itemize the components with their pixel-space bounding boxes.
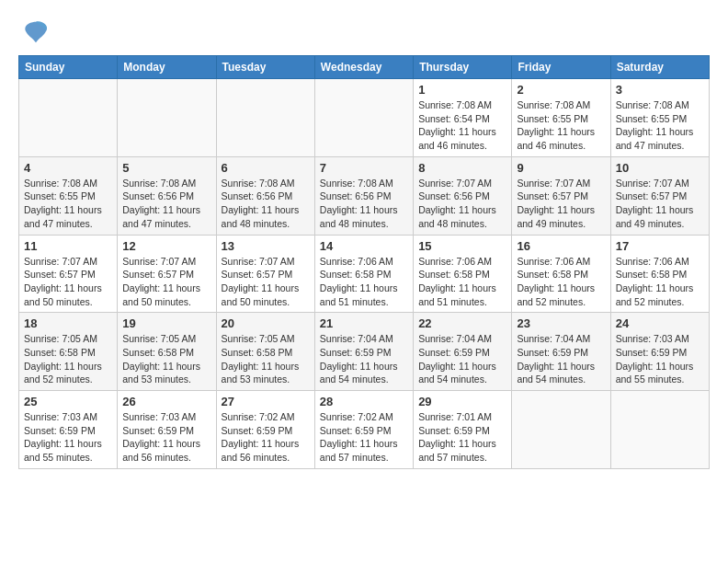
day-number: 18	[24, 316, 112, 330]
day-number: 28	[320, 395, 408, 408]
day-number: 15	[418, 239, 506, 253]
day-info: Sunrise: 7:06 AMSunset: 6:58 PMDaylight:…	[320, 255, 408, 309]
calendar-cell	[216, 79, 314, 157]
day-number: 8	[418, 161, 506, 175]
day-info: Sunrise: 7:08 AMSunset: 6:56 PMDaylight:…	[320, 177, 408, 231]
weekday-header-thursday: Thursday	[414, 56, 512, 79]
calendar-cell: 24Sunrise: 7:03 AMSunset: 6:59 PMDayligh…	[610, 313, 709, 391]
calendar-cell: 29Sunrise: 7:01 AMSunset: 6:59 PMDayligh…	[414, 391, 512, 469]
day-number: 21	[320, 316, 408, 330]
day-number: 26	[122, 395, 210, 408]
day-info: Sunrise: 7:02 AMSunset: 6:59 PMDaylight:…	[320, 410, 408, 465]
day-info: Sunrise: 7:04 AMSunset: 6:59 PMDaylight:…	[320, 332, 408, 386]
day-number: 23	[517, 316, 605, 330]
logo	[18, 18, 50, 46]
calendar-cell: 3Sunrise: 7:08 AMSunset: 6:55 PMDaylight…	[610, 79, 709, 157]
day-number: 27	[222, 395, 310, 408]
day-number: 3	[616, 83, 704, 97]
weekday-header-friday: Friday	[512, 56, 610, 79]
calendar-week-row: 11Sunrise: 7:07 AMSunset: 6:57 PMDayligh…	[19, 235, 710, 313]
day-number: 17	[616, 239, 704, 253]
calendar-cell: 20Sunrise: 7:05 AMSunset: 6:58 PMDayligh…	[216, 313, 314, 391]
calendar-cell: 9Sunrise: 7:07 AMSunset: 6:57 PMDaylight…	[512, 156, 610, 235]
day-number: 29	[418, 395, 506, 408]
calendar-cell: 28Sunrise: 7:02 AMSunset: 6:59 PMDayligh…	[314, 391, 413, 469]
calendar-cell	[314, 79, 413, 157]
day-info: Sunrise: 7:03 AMSunset: 6:59 PMDaylight:…	[122, 410, 210, 465]
day-info: Sunrise: 7:06 AMSunset: 6:58 PMDaylight:…	[517, 255, 605, 309]
day-info: Sunrise: 7:08 AMSunset: 6:56 PMDaylight:…	[122, 177, 210, 231]
calendar-cell: 22Sunrise: 7:04 AMSunset: 6:59 PMDayligh…	[414, 313, 512, 391]
calendar-cell: 11Sunrise: 7:07 AMSunset: 6:57 PMDayligh…	[19, 235, 118, 313]
day-info: Sunrise: 7:06 AMSunset: 6:58 PMDaylight:…	[418, 255, 506, 309]
calendar-cell	[610, 391, 709, 469]
day-info: Sunrise: 7:07 AMSunset: 6:57 PMDaylight:…	[24, 255, 112, 309]
day-info: Sunrise: 7:02 AMSunset: 6:59 PMDaylight:…	[222, 410, 310, 465]
day-info: Sunrise: 7:01 AMSunset: 6:59 PMDaylight:…	[418, 410, 506, 465]
day-info: Sunrise: 7:05 AMSunset: 6:58 PMDaylight:…	[122, 332, 210, 386]
calendar-cell: 1Sunrise: 7:08 AMSunset: 6:54 PMDaylight…	[414, 79, 512, 157]
day-info: Sunrise: 7:05 AMSunset: 6:58 PMDaylight:…	[24, 332, 112, 386]
calendar-cell: 17Sunrise: 7:06 AMSunset: 6:58 PMDayligh…	[610, 235, 709, 313]
day-info: Sunrise: 7:08 AMSunset: 6:55 PMDaylight:…	[517, 98, 605, 153]
calendar-week-row: 1Sunrise: 7:08 AMSunset: 6:54 PMDaylight…	[19, 79, 710, 157]
day-info: Sunrise: 7:07 AMSunset: 6:56 PMDaylight:…	[418, 177, 506, 231]
day-number: 25	[24, 395, 112, 408]
calendar-cell: 12Sunrise: 7:07 AMSunset: 6:57 PMDayligh…	[118, 235, 216, 313]
day-number: 14	[320, 239, 408, 253]
day-number: 6	[222, 161, 310, 175]
day-number: 2	[517, 83, 605, 97]
day-number: 24	[616, 316, 704, 330]
day-number: 1	[418, 83, 506, 97]
calendar-cell: 18Sunrise: 7:05 AMSunset: 6:58 PMDayligh…	[19, 313, 118, 391]
weekday-header-wednesday: Wednesday	[314, 56, 413, 79]
day-number: 4	[24, 161, 112, 175]
day-number: 20	[222, 316, 310, 330]
day-info: Sunrise: 7:05 AMSunset: 6:58 PMDaylight:…	[222, 332, 310, 386]
day-number: 5	[122, 161, 210, 175]
calendar-cell: 25Sunrise: 7:03 AMSunset: 6:59 PMDayligh…	[19, 391, 118, 469]
calendar-cell: 26Sunrise: 7:03 AMSunset: 6:59 PMDayligh…	[118, 391, 216, 469]
day-number: 19	[122, 316, 210, 330]
calendar-cell: 15Sunrise: 7:06 AMSunset: 6:58 PMDayligh…	[414, 235, 512, 313]
day-info: Sunrise: 7:07 AMSunset: 6:57 PMDaylight:…	[222, 255, 310, 309]
day-info: Sunrise: 7:07 AMSunset: 6:57 PMDaylight:…	[517, 177, 605, 231]
day-info: Sunrise: 7:08 AMSunset: 6:55 PMDaylight:…	[616, 98, 704, 153]
day-number: 16	[517, 239, 605, 253]
calendar-cell: 16Sunrise: 7:06 AMSunset: 6:58 PMDayligh…	[512, 235, 610, 313]
calendar-cell: 13Sunrise: 7:07 AMSunset: 6:57 PMDayligh…	[216, 235, 314, 313]
day-info: Sunrise: 7:03 AMSunset: 6:59 PMDaylight:…	[616, 332, 704, 386]
day-info: Sunrise: 7:04 AMSunset: 6:59 PMDaylight:…	[418, 332, 506, 386]
day-number: 22	[418, 316, 506, 330]
day-info: Sunrise: 7:03 AMSunset: 6:59 PMDaylight:…	[24, 410, 112, 465]
day-number: 7	[320, 161, 408, 175]
weekday-header-sunday: Sunday	[19, 56, 118, 79]
calendar-body: 1Sunrise: 7:08 AMSunset: 6:54 PMDaylight…	[19, 79, 710, 469]
day-number: 10	[616, 161, 704, 175]
day-info: Sunrise: 7:04 AMSunset: 6:59 PMDaylight:…	[517, 332, 605, 386]
calendar-cell	[512, 391, 610, 469]
calendar-week-row: 4Sunrise: 7:08 AMSunset: 6:55 PMDaylight…	[19, 156, 710, 235]
day-info: Sunrise: 7:08 AMSunset: 6:56 PMDaylight:…	[222, 177, 310, 231]
weekday-header-saturday: Saturday	[610, 56, 709, 79]
day-info: Sunrise: 7:08 AMSunset: 6:54 PMDaylight:…	[418, 98, 506, 153]
calendar-week-row: 25Sunrise: 7:03 AMSunset: 6:59 PMDayligh…	[19, 391, 710, 469]
day-info: Sunrise: 7:07 AMSunset: 6:57 PMDaylight:…	[616, 177, 704, 231]
weekday-header-row: SundayMondayTuesdayWednesdayThursdayFrid…	[19, 56, 710, 79]
calendar-cell: 4Sunrise: 7:08 AMSunset: 6:55 PMDaylight…	[19, 156, 118, 235]
calendar-table: SundayMondayTuesdayWednesdayThursdayFrid…	[18, 55, 710, 469]
calendar-cell: 6Sunrise: 7:08 AMSunset: 6:56 PMDaylight…	[216, 156, 314, 235]
calendar-cell: 21Sunrise: 7:04 AMSunset: 6:59 PMDayligh…	[314, 313, 413, 391]
day-number: 12	[122, 239, 210, 253]
day-info: Sunrise: 7:07 AMSunset: 6:57 PMDaylight:…	[122, 255, 210, 309]
day-info: Sunrise: 7:08 AMSunset: 6:55 PMDaylight:…	[24, 177, 112, 231]
calendar-cell: 14Sunrise: 7:06 AMSunset: 6:58 PMDayligh…	[314, 235, 413, 313]
day-number: 13	[222, 239, 310, 253]
calendar-cell	[118, 79, 216, 157]
calendar-cell: 23Sunrise: 7:04 AMSunset: 6:59 PMDayligh…	[512, 313, 610, 391]
calendar-header: SundayMondayTuesdayWednesdayThursdayFrid…	[19, 56, 710, 79]
day-info: Sunrise: 7:06 AMSunset: 6:58 PMDaylight:…	[616, 255, 704, 309]
day-number: 9	[517, 161, 605, 175]
calendar-cell: 27Sunrise: 7:02 AMSunset: 6:59 PMDayligh…	[216, 391, 314, 469]
logo-bird-icon	[22, 18, 50, 46]
